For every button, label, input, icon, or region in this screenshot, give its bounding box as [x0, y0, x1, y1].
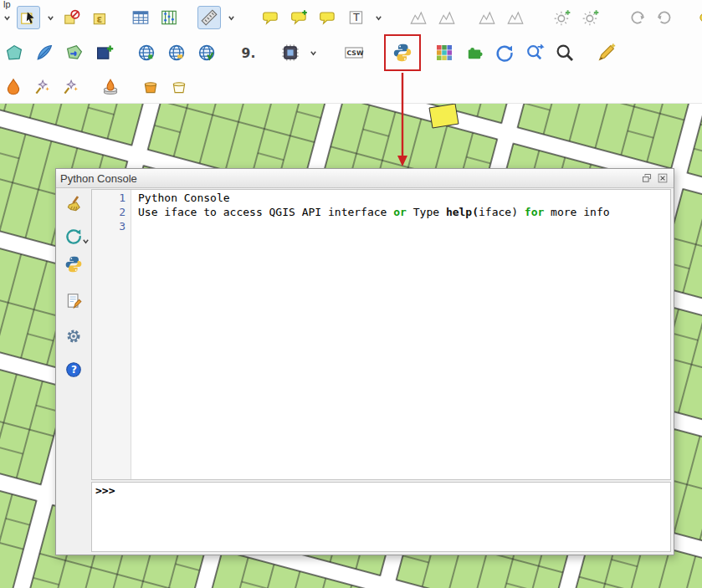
- histogram-icon: [506, 8, 525, 27]
- text-annotation-icon: T: [347, 8, 366, 27]
- zoom-button[interactable]: [552, 40, 577, 65]
- deselect-features-button[interactable]: [60, 6, 84, 29]
- histogram-button-4[interactable]: [504, 6, 527, 29]
- measure-button[interactable]: [197, 6, 221, 29]
- decoration-button-2[interactable]: [579, 6, 602, 29]
- show-editor-button[interactable]: [63, 290, 85, 312]
- line-number: 1: [92, 191, 126, 205]
- new-annotation-button[interactable]: [288, 6, 311, 29]
- svg-text:T: T: [352, 12, 360, 23]
- text-annotation-button[interactable]: T: [345, 6, 368, 29]
- dropdown-button[interactable]: [2, 6, 12, 29]
- toolbar-row-3: [0, 72, 702, 102]
- decoration-button-1[interactable]: [551, 6, 574, 29]
- star-wand-icon: [33, 78, 51, 96]
- search-layers-button[interactable]: [522, 40, 547, 65]
- globe-icon: [167, 43, 187, 63]
- float-panel-button[interactable]: [640, 171, 653, 185]
- circular-arrow-icon: [657, 8, 675, 27]
- help-button[interactable]: ?: [63, 359, 85, 381]
- new-layer-button[interactable]: [2, 40, 27, 65]
- code-text: more info: [544, 206, 609, 218]
- star-wand-button-1[interactable]: [30, 75, 54, 99]
- annotation-button[interactable]: [316, 6, 340, 29]
- script-editor-icon: [64, 292, 83, 310]
- style-feather-button[interactable]: [32, 40, 57, 65]
- chevron-down-icon: [3, 14, 11, 22]
- color-grid-icon: [434, 43, 454, 63]
- flame-layers-button[interactable]: [99, 75, 122, 99]
- geometry-tools-button[interactable]: [62, 40, 87, 65]
- processing-chip-button[interactable]: [278, 40, 303, 65]
- highlight-blob-button[interactable]: [694, 6, 702, 29]
- keyword-or: or: [393, 206, 407, 218]
- empty-bucket-button[interactable]: [167, 75, 191, 99]
- run-script-button[interactable]: [63, 253, 85, 275]
- rotate-east-button[interactable]: [626, 6, 649, 29]
- panel-titlebar[interactable]: Python Console: [56, 169, 674, 188]
- circular-arrow-icon: [628, 8, 647, 27]
- histogram-button-3[interactable]: [475, 6, 499, 29]
- metasearch-button[interactable]: 9.: [236, 40, 261, 65]
- select-by-expression-button[interactable]: ε: [89, 6, 112, 29]
- qgis-application: { "menubar": { "partial_menu": "lp" }, "…: [0, 0, 702, 588]
- attribute-table-button[interactable]: [129, 6, 152, 29]
- color-grid-button[interactable]: [432, 40, 457, 65]
- chip-dropdown-button[interactable]: [308, 41, 318, 64]
- console-output[interactable]: 1 2 3 Python Console Use iface to access…: [91, 189, 671, 480]
- python-console-button[interactable]: [390, 40, 415, 65]
- import-class-button[interactable]: [63, 225, 85, 247]
- histogram-button-1[interactable]: [407, 6, 430, 29]
- gear-icon: [64, 327, 83, 345]
- chevron-down-icon: [82, 238, 90, 245]
- chip-icon: [280, 43, 300, 63]
- add-layer-button[interactable]: [92, 40, 117, 65]
- options-button[interactable]: [63, 325, 85, 347]
- map-tips-button[interactable]: [259, 6, 283, 29]
- csw-button[interactable]: CSW: [341, 40, 366, 65]
- star-wand-button-2[interactable]: [59, 75, 82, 99]
- fill-bucket-button[interactable]: [139, 75, 162, 99]
- close-icon: [657, 172, 669, 184]
- sketch-wand-button[interactable]: [594, 40, 619, 65]
- polygon-arrows-icon: [64, 43, 85, 63]
- web-service-button-3[interactable]: [194, 40, 219, 65]
- menu-fragment[interactable]: lp: [3, 0, 11, 9]
- web-service-button-2[interactable]: [164, 40, 189, 65]
- console-line-2: Use iface to access QGIS API interface o…: [138, 205, 670, 219]
- droplet-button[interactable]: [2, 75, 25, 99]
- chevron-down-icon: [375, 14, 382, 22]
- select-features-button[interactable]: [17, 6, 40, 29]
- line-number: 2: [92, 205, 126, 219]
- expression-icon: ε: [91, 8, 110, 27]
- histogram-button-2[interactable]: [435, 6, 459, 29]
- select-dropdown-button[interactable]: [45, 6, 55, 29]
- svg-text:9.: 9.: [242, 46, 256, 61]
- chevron-down-icon: [228, 14, 235, 22]
- measure-dropdown-button[interactable]: [226, 6, 236, 29]
- svg-text:?: ?: [71, 364, 77, 376]
- statistics-button[interactable]: [157, 6, 181, 29]
- toolbar-row-2: 9. CSW: [0, 33, 702, 72]
- annotation-dropdown-button[interactable]: [373, 6, 383, 29]
- refresh-icon: [494, 43, 515, 63]
- console-input[interactable]: >>>: [91, 482, 671, 552]
- speech-bubble-icon: [262, 8, 280, 27]
- line-number-gutter: 1 2 3: [92, 190, 131, 479]
- refresh-button[interactable]: [492, 40, 517, 65]
- console-prompt: >>>: [95, 484, 115, 497]
- web-service-button-1[interactable]: [134, 40, 159, 65]
- clear-console-button[interactable]: [63, 193, 85, 215]
- close-panel-button[interactable]: [656, 171, 669, 185]
- plugins-button[interactable]: [462, 40, 487, 65]
- statistics-icon: [160, 8, 178, 27]
- toolbar-row-1: ε T: [0, 2, 702, 33]
- flame-stack-icon: [101, 78, 120, 96]
- sun-plus-icon: [553, 8, 571, 27]
- circular-arrow-icon: [64, 227, 83, 245]
- puzzle-icon: [464, 43, 484, 63]
- rotate-west-button[interactable]: [654, 6, 678, 29]
- selected-parcel: [429, 104, 459, 128]
- code-text: iface): [479, 206, 525, 218]
- console-text: Python Console Use iface to access QGIS …: [131, 190, 670, 479]
